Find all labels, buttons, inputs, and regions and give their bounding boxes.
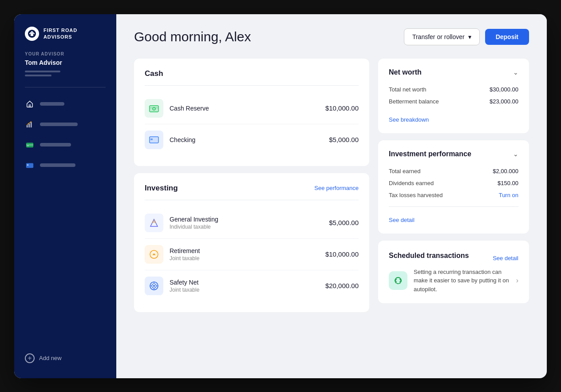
deposit-button-label: Deposit xyxy=(496,33,518,40)
cash-reserve-item[interactable]: Cash Reserve $10,000.00 xyxy=(145,93,359,124)
investment-performance-chevron-icon[interactable]: ⌄ xyxy=(513,150,518,158)
turn-on-link[interactable]: Turn on xyxy=(499,192,518,198)
investing-section-header: Investing See performance xyxy=(145,184,359,193)
cash-section-header: Cash xyxy=(145,69,359,78)
see-performance-link[interactable]: See performance xyxy=(314,185,359,191)
right-column: Net worth ⌄ Total net worth $30,000.00 B… xyxy=(378,59,529,365)
retirement-item[interactable]: Retirement Joint taxable $10,000.00 xyxy=(145,238,359,270)
cash-section-divider xyxy=(145,85,359,86)
cash-card-icon xyxy=(25,140,35,150)
svg-rect-16 xyxy=(150,139,153,140)
safety-net-balance: $20,000.00 xyxy=(325,282,359,289)
page-greeting: Good morning, Alex xyxy=(134,29,251,44)
chart-icon xyxy=(25,119,35,129)
betterment-balance-value: $23,000.00 xyxy=(490,98,518,105)
deposit-button[interactable]: Deposit xyxy=(485,29,529,45)
scheduled-chevron-icon: › xyxy=(516,277,518,285)
tax-losses-label: Tax losses harvested xyxy=(389,192,442,198)
retirement-sub: Joint taxable xyxy=(170,255,319,261)
cash-reserve-icon xyxy=(145,99,163,118)
betterment-balance-label: Betterment balance xyxy=(389,98,439,105)
recurring-transaction-icon xyxy=(389,271,407,290)
net-worth-card: Net worth ⌄ Total net worth $30,000.00 B… xyxy=(378,59,529,133)
investing-nav-label xyxy=(40,123,78,126)
see-detail-link-performance[interactable]: See detail xyxy=(389,217,415,223)
logo-icon xyxy=(25,27,39,41)
svg-rect-10 xyxy=(150,106,158,112)
transfer-chevron-icon: ▾ xyxy=(468,33,471,40)
cash-reserve-name: Cash Reserve xyxy=(170,105,319,112)
tax-losses-row: Tax losses harvested Turn on xyxy=(389,189,518,201)
svg-point-19 xyxy=(153,253,155,255)
total-earned-row: Total earned $2,00.000 xyxy=(389,165,518,177)
add-new-icon: + xyxy=(25,353,35,363)
dividends-earned-label: Dividends earned xyxy=(389,180,434,186)
scheduled-transaction-item[interactable]: Setting a recurring transaction can make… xyxy=(389,268,518,294)
total-earned-label: Total earned xyxy=(389,168,421,174)
main-body: Cash xyxy=(116,54,547,378)
safety-net-item[interactable]: Safety Net Joint taxable $20,000.00 xyxy=(145,270,359,301)
safety-net-icon xyxy=(145,277,163,295)
advisor-bar-2 xyxy=(25,75,51,76)
total-net-worth-row: Total net worth $30,000.00 xyxy=(389,83,518,95)
checking-balance: $5,000.00 xyxy=(329,136,359,143)
investment-performance-header: Investment performance ⌄ xyxy=(389,150,518,158)
general-investing-sub: Individual taxable xyxy=(170,224,323,230)
sidebar-item-investing[interactable] xyxy=(20,115,111,134)
logo-area: First Road Advisors xyxy=(14,14,116,51)
checking-name: Checking xyxy=(170,136,323,143)
transfer-button[interactable]: Transfer or rollover ▾ xyxy=(404,28,480,45)
safety-net-name: Safety Net xyxy=(170,279,319,286)
investment-performance-divider xyxy=(389,206,518,207)
svg-rect-9 xyxy=(27,164,29,166)
add-new-label: Add new xyxy=(39,355,62,361)
sidebar-item-cash[interactable] xyxy=(20,135,111,154)
scheduled-description: Setting a recurring transaction can make… xyxy=(414,268,510,294)
main-content-area: Good morning, Alex Transfer or rollover … xyxy=(116,14,547,378)
sidebar-item-checking[interactable] xyxy=(20,156,111,174)
checking-item[interactable]: Checking $5,000.00 xyxy=(145,124,359,155)
cash-nav-label xyxy=(40,143,71,147)
cash-section-title: Cash xyxy=(145,69,163,78)
advisor-label: YOUR ADVISOR xyxy=(25,51,106,56)
general-investing-icon xyxy=(145,214,163,232)
total-earned-value: $2,00.000 xyxy=(493,168,518,174)
retirement-info: Retirement Joint taxable xyxy=(170,247,319,261)
cash-section-card: Cash xyxy=(134,59,369,166)
net-worth-chevron-icon[interactable]: ⌄ xyxy=(513,69,518,76)
see-breakdown-link[interactable]: See breakdown xyxy=(389,116,429,123)
investing-section-divider xyxy=(145,200,359,200)
retirement-name: Retirement xyxy=(170,247,319,254)
safety-net-sub: Joint taxable xyxy=(170,287,319,293)
advisor-name: Tom Advisor xyxy=(25,59,106,66)
home-icon xyxy=(25,99,35,109)
dividends-earned-row: Dividends earned $150.00 xyxy=(389,177,518,189)
home-nav-label xyxy=(40,102,64,106)
general-investing-item[interactable]: General Investing Individual taxable $5,… xyxy=(145,207,359,238)
total-net-worth-value: $30,000.00 xyxy=(490,86,518,93)
svg-rect-3 xyxy=(28,123,30,127)
checking-nav-label xyxy=(40,163,75,167)
add-new-button[interactable]: + Add new xyxy=(20,349,111,368)
transfer-button-label: Transfer or rollover xyxy=(412,33,465,40)
sidebar-item-home[interactable] xyxy=(20,95,111,113)
left-column: Cash xyxy=(134,59,369,365)
scheduled-transactions-title: Scheduled transactions xyxy=(389,252,469,260)
retirement-icon xyxy=(145,245,163,264)
investment-performance-card: Investment performance ⌄ Total earned $2… xyxy=(378,140,529,234)
advisor-status-bars xyxy=(25,71,106,76)
dividends-earned-value: $150.00 xyxy=(498,180,518,186)
general-investing-info: General Investing Individual taxable xyxy=(170,216,323,230)
svg-rect-4 xyxy=(31,122,32,127)
scheduled-transactions-card: Scheduled transactions See detail xyxy=(378,241,529,304)
svg-rect-1 xyxy=(28,104,31,107)
checking-card-icon xyxy=(25,160,35,170)
total-net-worth-label: Total net worth xyxy=(389,86,427,93)
cash-reserve-info: Cash Reserve xyxy=(170,105,319,112)
scheduled-transactions-header: Scheduled transactions See detail xyxy=(389,250,518,261)
logo-text: First Road Advisors xyxy=(43,27,106,40)
see-detail-link-scheduled[interactable]: See detail xyxy=(493,255,518,261)
investment-performance-title: Investment performance xyxy=(389,150,471,158)
svg-rect-2 xyxy=(27,125,28,127)
checking-icon xyxy=(145,131,163,149)
